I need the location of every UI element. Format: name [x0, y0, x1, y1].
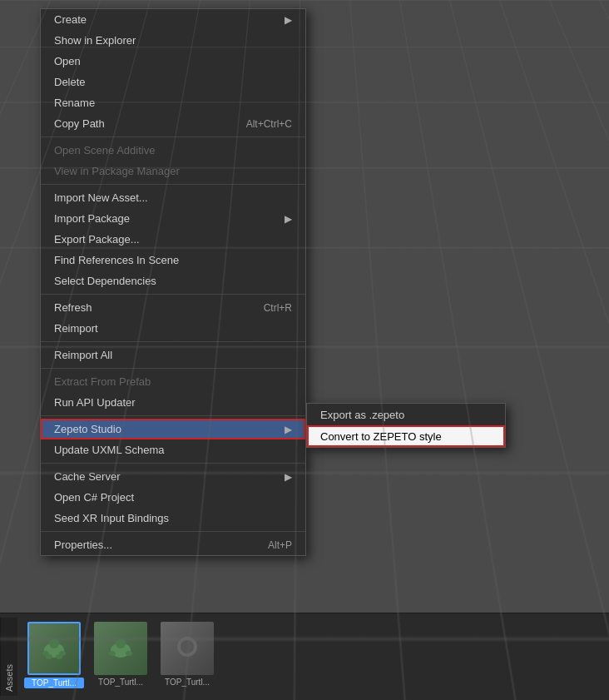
svg-point-4 — [46, 654, 52, 659]
menu-item-update-uxml-schema[interactable]: Update UXML Schema — [41, 439, 305, 460]
menu-item-find-references[interactable]: Find References In Scene — [41, 250, 305, 271]
menu-item-create[interactable]: Create▶ — [41, 9, 305, 30]
menu-item-label-import-new-asset: Import New Asset... — [54, 191, 292, 204]
list-item[interactable]: TOP_Turtl... — [157, 622, 217, 688]
menu-item-select-dependencies[interactable]: Select Dependencies — [41, 271, 305, 291]
asset-icon — [171, 632, 204, 665]
menu-item-arrow-import-package: ▶ — [285, 213, 292, 225]
menu-item-label-export-package: Export Package... — [54, 233, 292, 246]
menu-item-reimport-all[interactable]: Reimport All — [41, 345, 305, 365]
svg-point-8 — [109, 651, 116, 656]
asset-thumb-inner — [161, 622, 214, 675]
menu-item-shortcut-copy-path: Alt+Ctrl+C — [246, 118, 292, 130]
menu-item-label-copy-path: Copy Path — [54, 117, 230, 130]
menu-item-show-in-explorer[interactable]: Show in Explorer — [41, 30, 305, 51]
svg-point-9 — [126, 651, 132, 656]
asset-label: TOP_Turtl... — [91, 678, 151, 687]
menu-item-arrow-zepeto-studio: ▶ — [285, 424, 292, 435]
svg-point-1 — [49, 638, 59, 648]
context-menu: Create▶Show in ExplorerOpenDeleteRenameC… — [40, 8, 306, 556]
asset-icon — [104, 632, 137, 665]
menu-item-cache-server[interactable]: Cache Server▶ — [41, 466, 305, 487]
menu-item-label-open: Open — [54, 55, 292, 67]
menu-item-label-properties: Properties... — [54, 539, 251, 551]
menu-item-label-delete: Delete — [54, 76, 292, 88]
menu-separator — [41, 463, 305, 464]
menu-separator — [41, 294, 305, 295]
menu-item-open-scene-additive: Open Scene Additive — [41, 140, 305, 161]
menu-item-label-extract-from-prefab: Extract From Prefab — [54, 375, 292, 388]
menu-item-label-select-dependencies: Select Dependencies — [54, 275, 292, 287]
asset-thumb-inner — [94, 622, 147, 675]
menu-item-label-open-csharp-project: Open C# Project — [54, 491, 292, 504]
menu-item-label-cache-server: Cache Server — [54, 470, 285, 483]
menu-item-label-view-in-package-manager: View in Package Manager — [54, 165, 292, 177]
menu-item-export-package[interactable]: Export Package... — [41, 229, 305, 250]
asset-thumbnail[interactable] — [94, 622, 147, 675]
menu-item-copy-path[interactable]: Copy PathAlt+Ctrl+C — [41, 113, 305, 134]
menu-item-properties[interactable]: Properties...Alt+P — [41, 534, 305, 555]
asset-thumbnail[interactable] — [27, 622, 81, 675]
menu-item-extract-from-prefab: Extract From Prefab — [41, 371, 305, 392]
menu-item-label-import-package: Import Package — [54, 212, 285, 225]
assets-label: Assets — [0, 618, 17, 696]
asset-thumb-inner — [29, 623, 79, 673]
submenu: Export as .zepetoConvert to ZEPETO style — [306, 403, 506, 448]
menu-item-seed-xr-input-bindings[interactable]: Seed XR Input Bindings — [41, 508, 305, 529]
menu-item-label-seed-xr-input-bindings: Seed XR Input Bindings — [54, 512, 292, 524]
submenu-item-export-as-zepeto[interactable]: Export as .zepeto — [307, 404, 505, 425]
menu-item-import-package[interactable]: Import Package▶ — [41, 208, 305, 229]
menu-separator — [41, 341, 305, 342]
asset-thumbnail[interactable] — [161, 622, 214, 675]
menu-separator — [41, 415, 305, 416]
submenu-item-convert-to-zepeto-style[interactable]: Convert to ZEPETO style — [307, 425, 505, 447]
menu-item-open[interactable]: Open — [41, 51, 305, 72]
svg-point-11 — [181, 640, 194, 653]
menu-separator — [41, 184, 305, 185]
asset-label: TOP_Turtl... — [24, 678, 84, 688]
menu-item-label-reimport-all: Reimport All — [54, 349, 292, 361]
menu-item-refresh[interactable]: RefreshCtrl+R — [41, 297, 305, 318]
menu-item-label-create: Create — [54, 13, 285, 26]
menu-item-arrow-cache-server: ▶ — [285, 471, 292, 483]
svg-point-5 — [56, 654, 62, 659]
menu-item-reimport[interactable]: Reimport — [41, 318, 305, 339]
menu-item-label-rename: Rename — [54, 97, 292, 109]
menu-item-label-run-api-updater: Run API Updater — [54, 396, 292, 409]
assets-items: TOP_Turtl... TOP_Turtl... — [17, 618, 224, 693]
menu-item-run-api-updater[interactable]: Run API Updater — [41, 392, 305, 413]
list-item[interactable]: TOP_Turtl... — [91, 622, 151, 688]
assets-bar: Assets TOP_Turtl... — [0, 613, 609, 700]
asset-icon — [37, 632, 71, 665]
menu-item-rename[interactable]: Rename — [41, 92, 305, 113]
svg-point-7 — [116, 638, 126, 648]
menu-item-label-open-scene-additive: Open Scene Additive — [54, 144, 292, 156]
menu-item-view-in-package-manager: View in Package Manager — [41, 161, 305, 181]
menu-item-delete[interactable]: Delete — [41, 72, 305, 92]
menu-item-zepeto-studio[interactable]: Zepeto Studio▶ — [41, 419, 305, 439]
menu-item-label-refresh: Refresh — [54, 301, 247, 314]
menu-item-shortcut-refresh: Ctrl+R — [264, 302, 292, 314]
menu-item-shortcut-properties: Alt+P — [268, 539, 292, 551]
menu-separator — [41, 368, 305, 369]
list-item[interactable]: TOP_Turtl... — [24, 622, 84, 688]
menu-separator — [41, 137, 305, 137]
menu-item-import-new-asset[interactable]: Import New Asset... — [41, 187, 305, 208]
menu-item-open-csharp-project[interactable]: Open C# Project — [41, 487, 305, 508]
menu-separator — [41, 531, 305, 532]
menu-item-label-update-uxml-schema: Update UXML Schema — [54, 444, 292, 456]
asset-label: TOP_Turtl... — [157, 678, 217, 687]
menu-item-label-zepeto-studio: Zepeto Studio — [54, 423, 285, 435]
menu-item-label-show-in-explorer: Show in Explorer — [54, 34, 292, 47]
menu-item-label-find-references: Find References In Scene — [54, 254, 292, 266]
menu-item-label-reimport: Reimport — [54, 322, 292, 335]
menu-item-arrow-create: ▶ — [285, 14, 292, 26]
